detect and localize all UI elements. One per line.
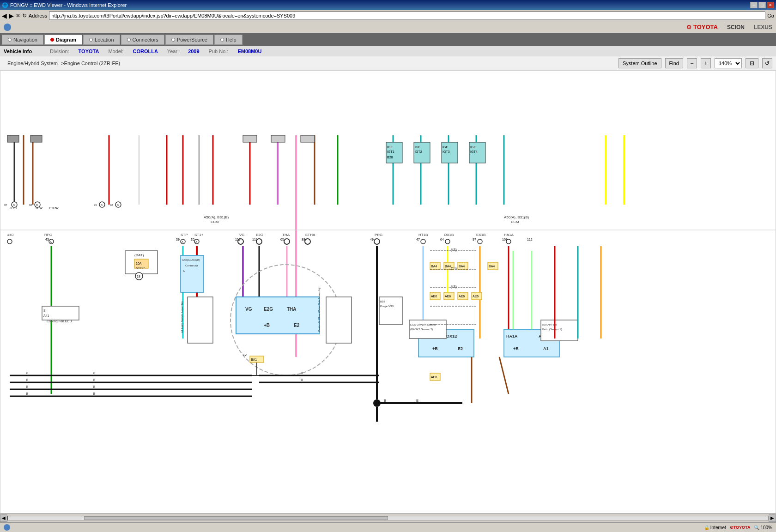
tab-connectors[interactable]: Connectors — [121, 35, 164, 45]
svg-text:EX1B: EX1B — [476, 233, 485, 237]
scroll-left-button[interactable]: ◀ — [0, 514, 7, 522]
svg-text:RFC: RFC — [44, 233, 52, 237]
svg-text:B: B — [26, 378, 28, 382]
year-label: Year: — [167, 48, 179, 54]
tab-radio-help — [220, 38, 224, 42]
svg-text:HA1A: HA1A — [506, 334, 518, 339]
scroll-track[interactable] — [7, 516, 769, 520]
toyota-logo: ⊙ TOYOTA — [686, 24, 718, 30]
address-bar: ◀ ▶ ✕ ↻ Address Go — [0, 10, 776, 21]
svg-text:(BAT): (BAT) — [134, 253, 144, 257]
nav-tabs: Navigation Diagram Location Connectors P… — [0, 33, 776, 46]
system-outline-button[interactable]: System Outline — [618, 58, 661, 68]
svg-text:EGS Oxygen Sensor: EGS Oxygen Sensor — [410, 323, 436, 326]
status-right: 🔒 Internet ⊙TOYOTA 🔍 100% — [704, 525, 772, 530]
pubno-label: Pub No.: — [209, 48, 229, 54]
svg-rect-23 — [30, 135, 42, 142]
zoom-level: 🔍 100% — [754, 525, 772, 530]
svg-text:E2G: E2G — [264, 307, 273, 312]
tab-label-help: Help — [226, 37, 236, 42]
tab-diagram[interactable]: Diagram — [44, 35, 82, 45]
svg-text:THA: THA — [282, 233, 290, 237]
tab-location[interactable]: Location — [83, 35, 120, 45]
year-value: 2009 — [188, 48, 199, 54]
svg-text:B: B — [93, 371, 95, 375]
tab-radio-navigation — [8, 38, 12, 42]
svg-text:116: 116 — [252, 238, 258, 241]
scroll-right-button[interactable]: ▶ — [769, 514, 776, 522]
tab-radio-location — [89, 38, 93, 42]
wiring-diagram-svg: IGF IGT1 B28 IGF IGT2 IGF IGT3 IGF IGT4 … — [0, 71, 776, 422]
scroll-thumb[interactable] — [84, 516, 388, 520]
svg-rect-124 — [236, 297, 319, 334]
address-input[interactable] — [49, 12, 765, 20]
svg-text:ETHW: ETHW — [49, 206, 59, 210]
tab-navigation[interactable]: Navigation — [2, 35, 43, 45]
tab-help[interactable]: Help — [214, 35, 242, 45]
svg-text:B19: B19 — [380, 300, 385, 303]
svg-text:HA1A: HA1A — [504, 233, 514, 237]
svg-text:65: 65 — [280, 238, 284, 241]
svg-text:(*3): (*3) — [451, 266, 457, 270]
svg-point-87 — [478, 239, 482, 244]
svg-text:E2: E2 — [294, 323, 300, 328]
stop-button[interactable]: ✕ — [16, 12, 20, 19]
svg-rect-131 — [188, 297, 213, 343]
zoom-in-button[interactable]: + — [701, 58, 711, 68]
close-button[interactable]: ✕ — [767, 2, 774, 8]
svg-rect-133 — [42, 306, 79, 320]
diagram-toolbar: Engine/Hybrid System-->Engine Control (2… — [0, 56, 776, 70]
tab-powersource[interactable]: PowerSource — [165, 35, 213, 45]
model-value: COROLLA — [133, 48, 158, 54]
svg-text:Connector: Connector — [185, 264, 198, 267]
diagram-area[interactable]: IGF IGT1 B28 IGF IGT2 IGF IGT3 IGF IGT4 … — [0, 70, 776, 514]
svg-text:A1: A1 — [543, 346, 549, 351]
forward-button[interactable]: ▶ — [9, 12, 14, 19]
svg-text:IGF: IGF — [470, 145, 476, 149]
svg-text:PRG: PRG — [375, 233, 382, 237]
svg-text:THA: THA — [287, 307, 297, 312]
svg-text:BA4: BA4 — [431, 265, 437, 268]
svg-text:AE6: AE6 — [431, 295, 437, 298]
svg-text:(*3): (*3) — [451, 284, 457, 289]
svg-text:12: 12 — [243, 353, 247, 357]
refresh-diagram-button[interactable]: ↺ — [762, 58, 772, 68]
minimize-button[interactable]: − — [750, 2, 758, 8]
brand-logos: ⊙ TOYOTA SCION LEXUS — [686, 24, 772, 30]
svg-text:B: B — [101, 204, 103, 206]
find-button[interactable]: Find — [665, 58, 683, 68]
status-globe-icon — [4, 524, 10, 531]
svg-text:+B: +B — [432, 346, 438, 351]
svg-text:B: B — [93, 385, 95, 389]
horizontal-scrollbar[interactable]: ◀ ▶ — [0, 514, 776, 522]
svg-text:97: 97 — [473, 238, 476, 241]
svg-text:B: B — [26, 385, 28, 389]
maximize-button[interactable]: □ — [758, 2, 766, 8]
svg-text:A41: A41 — [43, 314, 49, 317]
go-button[interactable]: Go — [767, 13, 774, 18]
svg-text:HT1B: HT1B — [418, 233, 428, 237]
svg-text:ECM: ECM — [511, 220, 519, 224]
zoom-select[interactable]: 140% 50% 75% 100% 125% 150% 200% — [715, 58, 742, 68]
tab-radio-powersource — [171, 38, 175, 42]
tab-label-location: Location — [95, 37, 114, 42]
svg-rect-24 — [243, 135, 257, 142]
svg-text:B: B — [301, 371, 303, 375]
ie-globe-icon — [4, 24, 11, 31]
back-button[interactable]: ◀ — [2, 12, 7, 19]
lock-icon: 🔒 Internet — [704, 525, 726, 530]
ie-icon: 🌐 — [2, 2, 8, 8]
svg-text:98: 98 — [110, 204, 113, 206]
fit-page-button[interactable]: ⊡ — [746, 58, 758, 68]
svg-text:VG: VG — [239, 233, 245, 237]
svg-text:IGT1: IGT1 — [387, 150, 394, 153]
svg-text:(BANK2 Sensor 2): (BANK2 Sensor 2) — [410, 328, 433, 331]
status-left — [4, 524, 10, 531]
svg-text:+B: +B — [264, 323, 270, 328]
svg-text:Ratio (Sensor 1): Ratio (Sensor 1) — [542, 328, 562, 331]
zoom-out-button[interactable]: − — [687, 58, 697, 68]
svg-text:E2: E2 — [458, 346, 463, 351]
title-bar: 🌐 FONGV :: EWD Viewer - Windows Internet… — [0, 0, 776, 10]
svg-text:A50(A),A60(B): A50(A),A60(B) — [182, 259, 200, 261]
refresh-button[interactable]: ↻ — [22, 12, 27, 19]
